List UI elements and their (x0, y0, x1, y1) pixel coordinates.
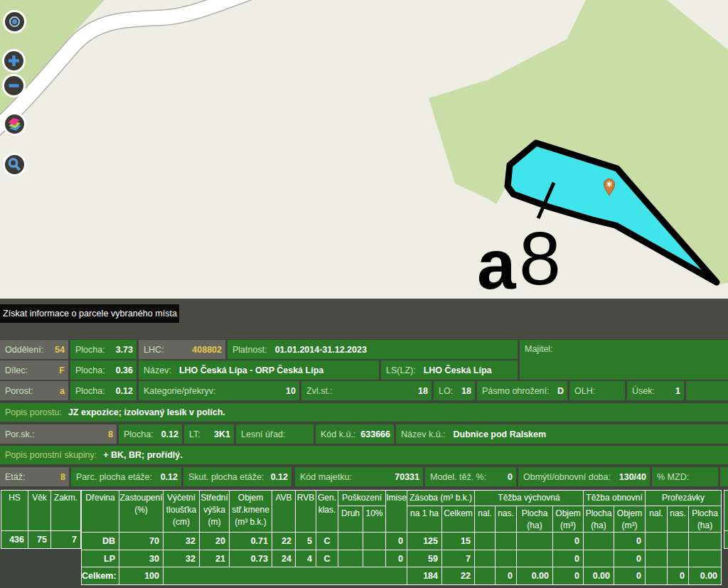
svg-text:a: a (477, 225, 517, 299)
svg-text:8: 8 (519, 216, 561, 299)
